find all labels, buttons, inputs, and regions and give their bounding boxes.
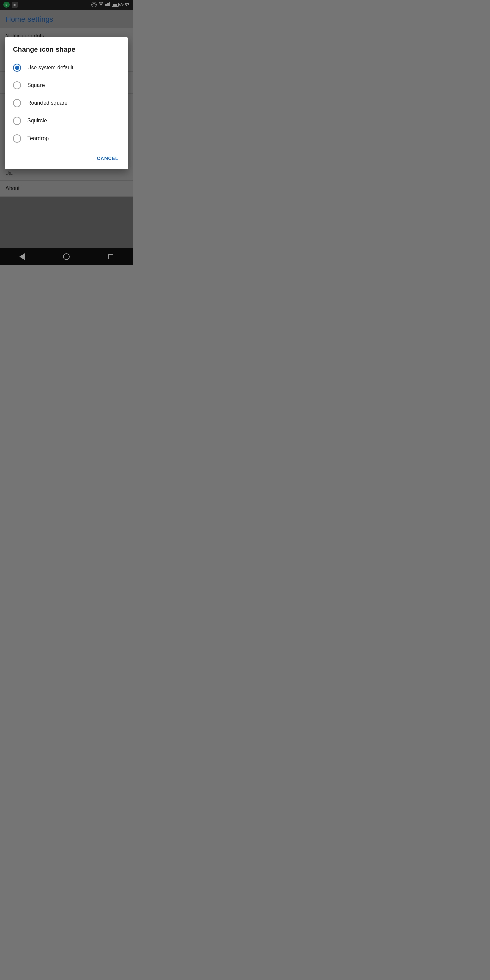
- radio-button-teardrop[interactable]: [13, 134, 21, 143]
- change-icon-shape-dialog: Change icon shape Use system default Squ…: [5, 37, 128, 169]
- dialog-title: Change icon shape: [5, 46, 128, 59]
- radio-button-rounded-square[interactable]: [13, 99, 21, 107]
- radio-button-square[interactable]: [13, 81, 21, 89]
- radio-label-teardrop: Teardrop: [27, 135, 49, 142]
- radio-label-squircle: Squircle: [27, 118, 47, 124]
- radio-label-rounded-square: Rounded square: [27, 100, 67, 106]
- radio-option-teardrop[interactable]: Teardrop: [5, 130, 128, 147]
- radio-button-squircle[interactable]: [13, 117, 21, 125]
- cancel-button[interactable]: CANCEL: [93, 153, 123, 164]
- radio-label-square: Square: [27, 82, 45, 89]
- radio-option-system-default[interactable]: Use system default: [5, 59, 128, 76]
- radio-option-squircle[interactable]: Squircle: [5, 112, 128, 130]
- radio-option-rounded-square[interactable]: Rounded square: [5, 94, 128, 112]
- dialog-actions: CANCEL: [5, 150, 128, 166]
- radio-button-system-default[interactable]: [13, 64, 21, 72]
- radio-option-square[interactable]: Square: [5, 76, 128, 94]
- radio-label-system-default: Use system default: [27, 65, 73, 71]
